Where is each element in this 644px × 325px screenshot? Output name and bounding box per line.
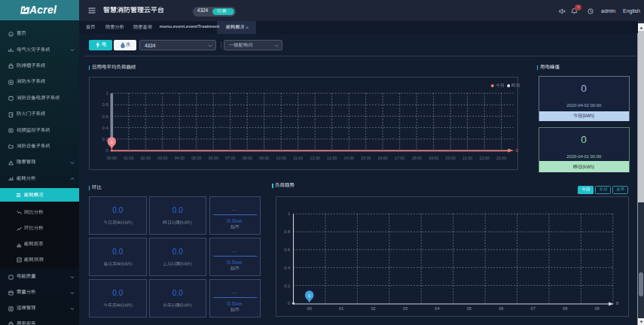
svg-text:19:00: 19:00 bbox=[428, 155, 438, 159]
svg-text:03: 03 bbox=[402, 306, 407, 311]
svg-text:20:00: 20:00 bbox=[445, 155, 455, 159]
svg-text:02: 02 bbox=[371, 306, 375, 311]
svg-text:05: 05 bbox=[466, 306, 471, 311]
svg-text:13:00: 13:00 bbox=[327, 155, 337, 159]
svg-text:23:00: 23:00 bbox=[496, 155, 505, 159]
svg-text:01: 01 bbox=[339, 306, 343, 311]
svg-text:0.6: 0.6 bbox=[102, 114, 108, 118]
svg-text:15:00: 15:00 bbox=[361, 155, 371, 159]
svg-text:07: 07 bbox=[530, 306, 535, 311]
svg-text:10:00: 10:00 bbox=[276, 155, 285, 159]
svg-text:22:00: 22:00 bbox=[479, 155, 489, 159]
svg-text:01:00: 01:00 bbox=[124, 155, 133, 159]
svg-text:1: 1 bbox=[287, 212, 289, 217]
svg-text:0.2: 0.2 bbox=[284, 284, 290, 288]
svg-text:08:00: 08:00 bbox=[242, 155, 252, 159]
svg-text:0: 0 bbox=[287, 302, 289, 306]
svg-text:11:00: 11:00 bbox=[293, 155, 303, 159]
svg-text:12:00: 12:00 bbox=[310, 155, 319, 159]
svg-text:0: 0 bbox=[308, 293, 310, 298]
svg-text:08: 08 bbox=[563, 306, 567, 311]
svg-text:04: 04 bbox=[435, 306, 439, 311]
svg-text:07:00: 07:00 bbox=[225, 155, 235, 159]
svg-text:0: 0 bbox=[105, 148, 108, 153]
svg-text:04:00: 04:00 bbox=[174, 155, 184, 159]
svg-text:06: 06 bbox=[499, 306, 503, 311]
svg-text:06:00: 06:00 bbox=[208, 155, 218, 159]
svg-text:03:00: 03:00 bbox=[157, 155, 167, 159]
svg-text:16:00: 16:00 bbox=[377, 155, 387, 159]
svg-text:0.8: 0.8 bbox=[284, 229, 290, 234]
svg-text:0.4: 0.4 bbox=[284, 266, 290, 270]
svg-text:17:00: 17:00 bbox=[394, 155, 404, 159]
svg-text:21:00: 21:00 bbox=[462, 155, 472, 159]
svg-text:02:00: 02:00 bbox=[140, 155, 150, 159]
svg-text:0.6: 0.6 bbox=[284, 248, 290, 252]
svg-text:0.4: 0.4 bbox=[102, 125, 108, 129]
svg-text:1: 1 bbox=[105, 91, 108, 96]
svg-text:0: 0 bbox=[616, 301, 618, 305]
svg-text:0: 0 bbox=[515, 148, 518, 153]
svg-text:09:00: 09:00 bbox=[259, 155, 269, 159]
svg-text:18:00: 18:00 bbox=[411, 155, 421, 159]
svg-text:0: 0 bbox=[110, 139, 112, 144]
svg-text:00: 00 bbox=[307, 306, 311, 311]
svg-text:00:00: 00:00 bbox=[106, 155, 116, 159]
svg-text:09: 09 bbox=[594, 306, 599, 311]
svg-text:0.8: 0.8 bbox=[102, 102, 108, 107]
svg-text:14:00: 14:00 bbox=[343, 155, 353, 159]
svg-text:05:00: 05:00 bbox=[191, 155, 201, 159]
